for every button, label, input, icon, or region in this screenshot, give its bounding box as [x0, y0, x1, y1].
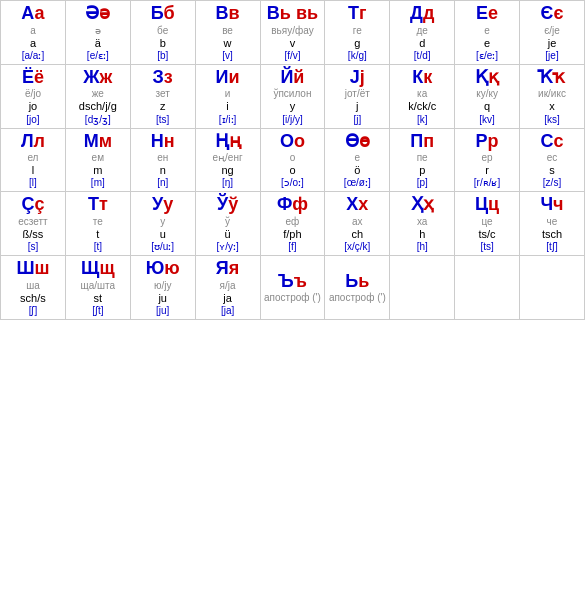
letter-latin: ü: [197, 228, 259, 241]
letter-main: Ёё: [2, 67, 64, 89]
letter-latin: tsch: [521, 228, 583, 241]
letter-ipa: [ʏ/yː]: [197, 241, 259, 253]
letter-main: Сс: [521, 131, 583, 153]
letter-latin: st: [67, 292, 129, 305]
letter-main: Ҡҡ: [521, 67, 583, 89]
letter-main: Ўў: [197, 194, 259, 216]
letter-name: ша: [2, 280, 64, 292]
letter-main: Жж: [67, 67, 129, 89]
letter-latin: f/ph: [262, 228, 324, 241]
alphabet-cell: Ррерr[r/ʀ/ʁ]: [455, 128, 520, 192]
letter-ipa: [k/g]: [326, 50, 388, 62]
letter-ipa: [ju]: [132, 305, 194, 317]
letter-main: Шш: [2, 258, 64, 280]
letter-main: Уу: [132, 194, 194, 216]
letter-main: Зз: [132, 67, 194, 89]
letter-latin: v: [262, 37, 324, 50]
letter-name: ə: [67, 25, 129, 37]
alphabet-cell: Вввеw[v]: [195, 1, 260, 65]
alphabet-cell: Тттеt[t]: [65, 192, 130, 256]
letter-name: е: [326, 152, 388, 164]
letter-ipa: [ks]: [521, 114, 583, 126]
letter-name: пе: [391, 152, 453, 164]
letter-ipa: [ʃt]: [67, 305, 129, 317]
alphabet-cell: Яяя/jaja[ja]: [195, 256, 260, 320]
letter-main: Хх: [326, 194, 388, 216]
letter-ipa: [k]: [391, 114, 453, 126]
letter-name: ё/jo: [2, 88, 64, 100]
letter-name: о: [262, 152, 324, 164]
letter-ipa: [ɛ/eː]: [456, 50, 518, 62]
letter-main: Ҳҳ: [391, 194, 453, 216]
letter-latin: je: [521, 37, 583, 50]
alphabet-cell: Уууu[ʊ/uː]: [130, 192, 195, 256]
alphabet-cell: Ллелl[l]: [1, 128, 66, 192]
letter-name: ў: [197, 216, 259, 228]
letter-main: Нн: [132, 131, 194, 153]
letter-ipa: [ŋ]: [197, 177, 259, 189]
letter-ipa: [z/s]: [521, 177, 583, 189]
letter-name: вьяу/фау: [262, 25, 324, 37]
letter-latin: j: [326, 100, 388, 113]
letter-main: Тг: [326, 3, 388, 25]
letter-main: Ее: [456, 3, 518, 25]
letter-ipa: [j]: [326, 114, 388, 126]
letter-latin: ä: [67, 37, 129, 50]
alphabet-cell: Ььапостроф ('): [325, 256, 390, 320]
letter-main: Ии: [197, 67, 259, 89]
letter-latin: n: [132, 164, 194, 177]
alphabet-cell: Вь вьвьяу/фауv[f/v]: [260, 1, 325, 65]
alphabet-cell: Ҡҡик/иксx[ks]: [520, 64, 585, 128]
letter-main: Щщ: [67, 258, 129, 280]
letter-ipa: [s]: [2, 241, 64, 253]
alphabet-cell: Өөеö[œ/øː]: [325, 128, 390, 192]
letter-name: у: [132, 216, 194, 228]
alphabet-cell: Чччеtsch[tʃ]: [520, 192, 585, 256]
alphabet-cell: Дддеd[t/d]: [390, 1, 455, 65]
letter-latin: u: [132, 228, 194, 241]
letter-latin: t: [67, 228, 129, 241]
letter-latin: m: [67, 164, 129, 177]
letter-ipa: [ts]: [132, 114, 194, 126]
letter-ipa: [je]: [521, 50, 583, 62]
letter-main: Ңң: [197, 131, 259, 153]
letter-ipa: [ʃ]: [2, 305, 64, 317]
alphabet-cell: Ссесs[z/s]: [520, 128, 585, 192]
letter-ipa: [l]: [2, 177, 64, 189]
letter-latin: d: [391, 37, 453, 50]
letter-main: Кк: [391, 67, 453, 89]
letter-latin: w: [197, 37, 259, 50]
letter-main: Оо: [262, 131, 324, 153]
letter-main: Тт: [67, 194, 129, 216]
letter-name: ер: [456, 152, 518, 164]
alphabet-cell: Ўўўü[ʏ/yː]: [195, 192, 260, 256]
alphabet-cell: Ҳҳхаh[h]: [390, 192, 455, 256]
alphabet-cell: Цццеts/c[ts]: [455, 192, 520, 256]
alphabet-cell: Ююю/jуju[ju]: [130, 256, 195, 320]
letter-name: ку/ку: [456, 88, 518, 100]
letter-ipa: [m]: [67, 177, 129, 189]
alphabet-cell: [455, 256, 520, 320]
letter-main: Чч: [521, 194, 583, 216]
letter-latin: jo: [2, 100, 64, 113]
letter-main: Єє: [521, 3, 583, 25]
letter-name: ща/шта: [67, 280, 129, 292]
letter-ipa: [ʊ/uː]: [132, 241, 194, 253]
letter-latin: o: [262, 164, 324, 177]
letter-latin: ch: [326, 228, 388, 241]
alphabet-cell: Аааa[a/aː]: [1, 1, 66, 65]
letter-main: Бб: [132, 3, 194, 25]
alphabet-cell: [520, 256, 585, 320]
letter-name: апостроф ('): [326, 292, 388, 304]
alphabet-cell: Еееe[ɛ/eː]: [455, 1, 520, 65]
letter-main: Jj: [326, 67, 388, 89]
letter-ipa: [a/aː]: [2, 50, 64, 62]
letter-main: Яя: [197, 258, 259, 280]
letter-name: и: [197, 88, 259, 100]
letter-ipa: [h]: [391, 241, 453, 253]
letter-latin: i: [197, 100, 259, 113]
letter-name: де: [391, 25, 453, 37]
letter-ipa: [i/j/y]: [262, 114, 324, 126]
letter-ipa: [n]: [132, 177, 194, 189]
letter-ipa: [ɪ/iː]: [197, 114, 259, 126]
